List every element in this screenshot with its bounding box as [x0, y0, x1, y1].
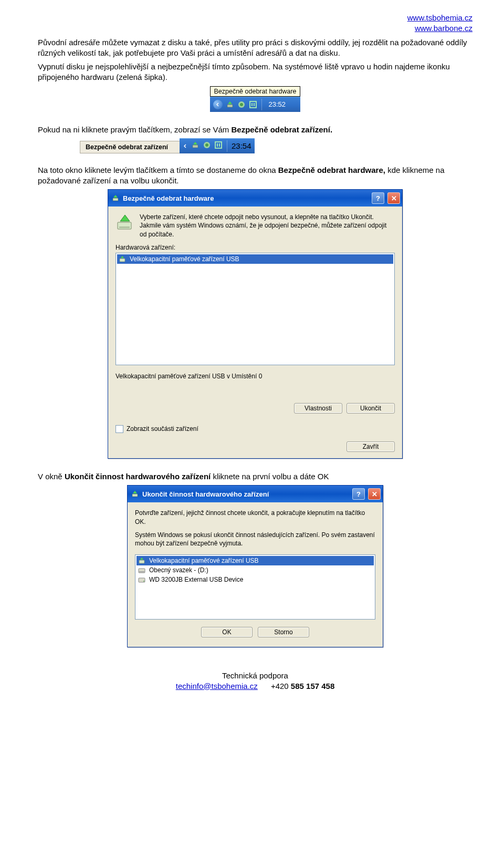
footer-phone-prefix: +420 [271, 682, 291, 690]
close-button[interactable]: Zavřít [346, 441, 395, 452]
dialog-title-icon [131, 490, 139, 498]
tray-screenshot-1: Bezpečně odebrat hardware 23:52 [210, 86, 300, 112]
dialog-title: Ukončit činnost hardwarového zařízení [142, 490, 269, 498]
footer-email-link[interactable]: techinfo@tsbohemia.cz [176, 682, 258, 690]
svg-rect-0 [227, 105, 233, 107]
svg-rect-9 [215, 142, 222, 148]
svg-rect-13 [118, 222, 131, 229]
svg-rect-11 [219, 143, 220, 147]
dialog-stop-device: Ukončit činnost hardwarového zařízení ? … [127, 485, 383, 647]
hardware-listbox[interactable]: Velkokapacitní paměťové zařízení USB [116, 253, 395, 365]
show-components-label: Zobrazit součásti zařízení [127, 425, 198, 432]
stop-button[interactable]: Ukončit [346, 403, 395, 414]
svg-rect-14 [119, 226, 130, 228]
svg-rect-3 [250, 101, 256, 108]
volume-icon [138, 566, 146, 574]
svg-rect-15 [120, 259, 125, 262]
titlebar-close-button[interactable]: ✕ [368, 488, 381, 500]
dialog-intro-2: Systém Windows se pokusí ukončit činnost… [135, 531, 375, 549]
menu-safely-remove-button[interactable]: Bezpečně odebrat zařízení [80, 141, 180, 153]
svg-rect-10 [217, 143, 218, 147]
tray-icon-2 [237, 100, 246, 109]
tooltip-remove-hardware: Bezpečně odebrat hardware [210, 86, 300, 97]
disk-icon [138, 575, 146, 584]
cancel-button[interactable]: Storno [258, 627, 309, 637]
ok-button[interactable]: OK [201, 627, 253, 637]
paragraph-2: Vypnutí disku je nejspolehlivější a nejb… [38, 61, 472, 83]
device-description: Velkokapacitní paměťové zařízení USB v U… [116, 370, 395, 400]
svg-rect-16 [132, 494, 138, 497]
svg-point-21 [143, 581, 144, 582]
dialog-safely-remove: Bezpečně odebrat hardware ? ✕ Vyberte za… [108, 189, 403, 459]
dialog-title-icon [111, 194, 120, 202]
tray-icon-3 [214, 141, 223, 151]
list-item[interactable]: Velkokapacitní paměťové zařízení USB [136, 556, 374, 565]
eject-hardware-icon [191, 141, 200, 151]
paragraph-5: V okně Ukončit činnost hardwarového zaří… [38, 471, 472, 482]
header-link-2[interactable]: www.barbone.cz [415, 24, 472, 33]
stop-device-listbox[interactable]: Velkokapacitní paměťové zařízení USB Obe… [135, 554, 375, 620]
dialog-intro-icon [116, 213, 134, 232]
titlebar-close-button[interactable]: ✕ [387, 192, 400, 204]
hardware-list-label: Hardwarová zařízení: [116, 244, 395, 251]
svg-rect-19 [139, 571, 144, 572]
tray-clock: 23:54 [232, 141, 251, 150]
footer-phone: 585 157 458 [291, 682, 334, 690]
svg-rect-5 [254, 103, 255, 106]
paragraph-4: Na toto okno kliknete levým tlačítkem a … [38, 165, 472, 187]
svg-rect-4 [251, 103, 253, 106]
tray-icon-3 [249, 100, 257, 109]
svg-rect-12 [113, 198, 118, 201]
svg-point-2 [240, 103, 243, 106]
footer-title: Technická podpora [222, 671, 288, 680]
paragraph-3: Pokud na ni kliknete pravým tlačítkem, z… [38, 125, 472, 135]
usb-device-icon [138, 556, 146, 565]
list-item[interactable]: Obecný svazek - (D:) [136, 565, 374, 575]
header-link-1[interactable]: www.tsbohemia.cz [407, 13, 472, 22]
titlebar-help-button[interactable]: ? [352, 488, 365, 500]
tray-screenshot-2: Bezpečně odebrat zařízení 23:5 [80, 138, 255, 153]
tray-clock: 23:52 [268, 100, 288, 108]
usb-device-icon [118, 255, 127, 263]
eject-hardware-icon [226, 100, 234, 109]
svg-point-8 [205, 143, 208, 147]
svg-rect-17 [139, 560, 144, 563]
header-links: www.tsbohemia.cz www.barbone.cz [38, 13, 472, 34]
dialog-title: Bezpečně odebrat hardware [123, 194, 214, 202]
tray-expand-icon [183, 141, 188, 150]
page-footer: Technická podpora techinfo@tsbohemia.cz … [38, 671, 472, 691]
properties-button[interactable]: Vlastnosti [294, 403, 342, 414]
dialog-intro-1: Potvrďte zařízení, jejichž činnost chcet… [135, 509, 375, 527]
show-components-checkbox[interactable] [116, 425, 123, 433]
tray-expand-icon [213, 100, 223, 109]
svg-rect-6 [193, 145, 198, 148]
titlebar-help-button[interactable]: ? [372, 192, 384, 204]
tray-icon-2 [203, 141, 211, 151]
list-item[interactable]: WD 3200JB External USB Device [136, 575, 374, 584]
paragraph-1: Původní adresáře můžete vymazat z disku … [38, 37, 472, 59]
dialog-intro-text: Vyberte zařízení, které chcete odpojit n… [140, 213, 395, 239]
list-item[interactable]: Velkokapacitní paměťové zařízení USB [117, 254, 393, 264]
